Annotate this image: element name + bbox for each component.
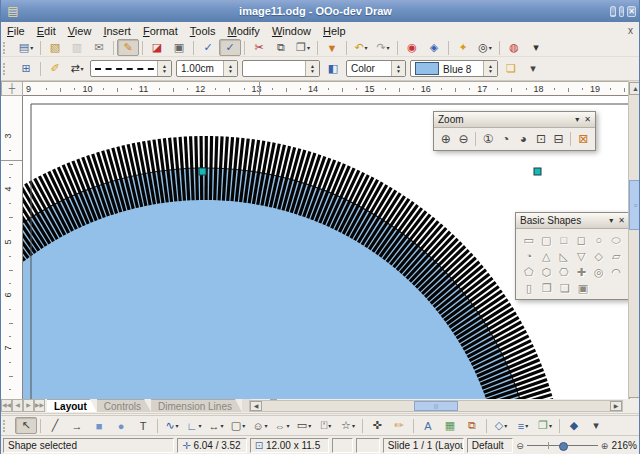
open-button[interactable]: ▧ — [44, 39, 66, 56]
menu-tools[interactable]: Tools — [184, 24, 222, 38]
cut-button[interactable]: ✂ — [248, 39, 270, 56]
last-page-button[interactable]: ▶▶ — [34, 399, 45, 412]
from-file-button[interactable]: ▦ — [439, 417, 461, 434]
chevron-down-icon[interactable]: ▾ — [575, 115, 579, 124]
block-arrows-button[interactable]: ⇔▾ — [271, 417, 293, 434]
toolbar-options-button[interactable]: ▾ — [522, 60, 544, 77]
arrange-button[interactable]: ❐▾ — [534, 417, 556, 434]
close-icon[interactable]: ✕ — [584, 115, 591, 124]
ruler-origin[interactable]: ┼ — [1, 81, 23, 96]
regular-pentagon-button[interactable]: ⬠ — [520, 264, 538, 280]
zoom-in-button[interactable]: ⊕ — [437, 130, 455, 148]
ring-button[interactable]: ◎ — [590, 264, 608, 280]
selection-handle[interactable] — [534, 168, 541, 175]
callouts-button[interactable]: ⍞▾ — [315, 417, 337, 434]
line-ends-with-arrow-button[interactable]: → — [66, 417, 88, 434]
dropdown-arrow-icon[interactable]: ▾ — [308, 422, 311, 429]
horizontal-ruler[interactable]: 910111213141516171819 — [23, 81, 628, 96]
zoom-in-icon[interactable]: ⊕ — [601, 441, 609, 451]
close-document-button[interactable]: x — [628, 25, 633, 36]
cube-button[interactable]: ❒ — [538, 280, 556, 296]
print-button[interactable]: ▣ — [168, 39, 190, 56]
zoom-panel-titlebar[interactable]: Zoom ▾ ✕ — [434, 112, 595, 128]
object-zoom-button[interactable]: ⊠ — [574, 130, 592, 148]
stars-button[interactable]: ☆▾ — [337, 417, 359, 434]
rectangle-tool-button[interactable]: ■ — [88, 417, 110, 434]
horizontal-scrollbar[interactable]: ◀ ||| ▶ — [249, 400, 623, 412]
tab-dimension-lines[interactable]: Dimension Lines — [151, 399, 242, 412]
edit-points-button[interactable]: ✜ — [366, 417, 388, 434]
dropdown-arrow-icon[interactable]: ▾ — [365, 44, 368, 51]
dropdown-arrow-icon[interactable]: ▾ — [328, 422, 331, 429]
ellipse-button[interactable]: ⬭ — [608, 232, 626, 248]
page-style[interactable]: Default — [467, 438, 513, 453]
connector-button[interactable]: ∟▾ — [183, 417, 205, 434]
spinner-icon[interactable]: ▲▼ — [483, 61, 497, 76]
menu-edit[interactable]: Edit — [31, 24, 62, 38]
isosceles-triangle-button[interactable]: △ — [538, 248, 556, 264]
dropdown-arrow-icon[interactable]: ▾ — [387, 44, 390, 51]
right-triangle-button[interactable]: ◺ — [555, 248, 573, 264]
vertical-scrollbar-thumb[interactable]: ≡ — [629, 180, 640, 230]
toolbar-grip[interactable] — [3, 63, 12, 75]
menu-window[interactable]: Window — [266, 24, 317, 38]
help-button[interactable]: ◍ — [503, 39, 525, 56]
area-dialog-button[interactable]: ◧ — [322, 60, 344, 77]
vertical-scrollbar[interactable]: ▲ ≡ ▼ — [628, 81, 640, 412]
menu-format[interactable]: Format — [137, 24, 184, 38]
dropdown-arrow-icon[interactable]: ▾ — [220, 422, 223, 429]
dropdown-arrow-icon[interactable]: ▾ — [30, 44, 33, 51]
rectangle-button[interactable]: ▭ — [520, 232, 538, 248]
alignment-button[interactable]: ≡▾ — [512, 417, 534, 434]
dropdown-arrow-icon[interactable]: ▾ — [504, 422, 507, 429]
text-tool-button[interactable]: T — [132, 417, 154, 434]
undo-button[interactable]: ↶▾ — [350, 39, 372, 56]
rounded-rectangle-button[interactable]: ▢ — [538, 232, 556, 248]
symbol-shapes-button[interactable]: ☺▾ — [249, 417, 271, 434]
scroll-right-button[interactable]: ▶ — [610, 401, 622, 411]
paste-button[interactable]: ❐▾ — [292, 39, 314, 56]
interaction-button[interactable]: ◆ — [563, 417, 585, 434]
gallery-button[interactable]: ✦ — [452, 39, 474, 56]
rotate-button[interactable]: ◇▾ — [490, 417, 512, 434]
glue-points-button[interactable]: ✏ — [388, 417, 410, 434]
selection-handle[interactable] — [199, 168, 206, 175]
first-page-button[interactable]: ◀◀ — [1, 399, 12, 412]
tab-layout[interactable]: Layout — [47, 399, 97, 412]
navigator-button[interactable]: ◈ — [423, 39, 445, 56]
dropdown-arrow-icon[interactable]: ▾ — [352, 422, 355, 429]
cylinder-button[interactable]: ▯ — [520, 280, 538, 296]
menu-file[interactable]: File — [1, 24, 31, 38]
cross-button[interactable]: ✚ — [573, 264, 591, 280]
ellipse-tool-button[interactable]: ● — [110, 417, 132, 434]
tab-controls[interactable]: Controls — [97, 399, 151, 412]
zoom-entire-page-button[interactable]: ⊡ — [532, 130, 550, 148]
spinner-icon[interactable]: ▲▼ — [157, 61, 171, 76]
dropdown-arrow-icon[interactable]: ▾ — [307, 44, 310, 51]
new-document-button[interactable]: ▤▾ — [15, 39, 37, 56]
menu-help[interactable]: Help — [317, 24, 352, 38]
export-pdf-button[interactable]: ◪ — [146, 39, 168, 56]
shadow-button[interactable]: ❏ — [500, 60, 522, 77]
spinner-icon[interactable]: ▲▼ — [223, 61, 237, 76]
lines-and-arrows-button[interactable]: ↔▾ — [205, 417, 227, 434]
previous-page-button[interactable]: ◀ — [12, 399, 23, 412]
chevron-down-icon[interactable]: ▾ — [609, 216, 613, 225]
frame-button[interactable]: ▣ — [574, 280, 592, 296]
dropdown-arrow-icon[interactable]: ▾ — [549, 422, 552, 429]
line-dialog-button[interactable]: ✐ — [44, 60, 66, 77]
octagon-button[interactable]: ⎔ — [555, 264, 573, 280]
zoom-previous-button[interactable]: ◔ — [497, 130, 515, 148]
horizontal-scrollbar-thumb[interactable]: ||| — [414, 401, 458, 411]
slide-indicator[interactable]: Slide 1 / 1 (Layout) — [383, 438, 464, 453]
flowcharts-button[interactable]: ▭▾ — [293, 417, 315, 434]
zoom-out-icon[interactable]: ⊖ — [516, 441, 524, 451]
square-button[interactable]: □ — [555, 232, 573, 248]
dropdown-arrow-icon[interactable]: ▾ — [265, 422, 268, 429]
parallelogram-button[interactable]: ▱ — [608, 248, 626, 264]
rounded-square-button[interactable]: ◻ — [573, 232, 591, 248]
basic-shapes-button[interactable]: ▢▾ — [227, 417, 249, 434]
line-width-input[interactable]: 1.00cm ▲▼ — [176, 60, 238, 77]
dropdown-arrow-icon[interactable]: ▾ — [81, 65, 84, 72]
spinner-icon[interactable]: ▲▼ — [391, 61, 405, 76]
